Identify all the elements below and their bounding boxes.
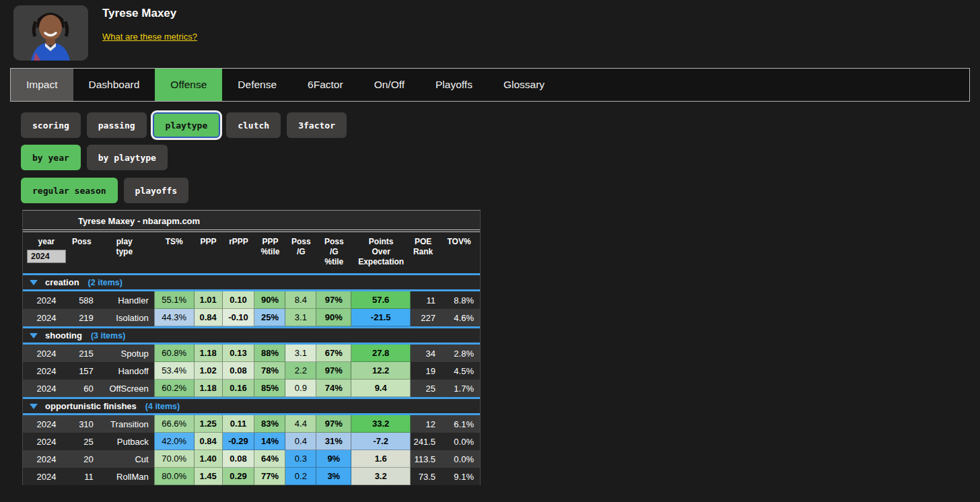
cell-poe: 27.8 xyxy=(351,345,411,362)
playtype-button[interactable]: playtype xyxy=(153,112,221,138)
by-playtype-button[interactable]: by playtype xyxy=(87,145,168,170)
cell-poss-per-game: 3.1 xyxy=(285,309,316,326)
cell-ppp-percentile: 77% xyxy=(254,468,285,485)
collapse-triangle-icon[interactable] xyxy=(30,404,38,409)
cell-play-type: Isolation xyxy=(100,309,154,326)
cell-tov-pct: 1.7% xyxy=(444,380,480,397)
passing-button[interactable]: passing xyxy=(87,112,147,138)
column-header-tov-pct: TOV% xyxy=(444,237,480,267)
cell-ts-pct: 53.4% xyxy=(154,362,195,380)
cell-ppp-percentile: 25% xyxy=(254,309,285,326)
column-header-ppp-percentile: PPP %tile xyxy=(254,237,285,267)
cell-poss: 20 xyxy=(70,450,100,468)
column-header-ppp: PPP xyxy=(195,237,223,267)
cell-poss-per-game: 4.4 xyxy=(285,415,316,433)
year-filter-input[interactable] xyxy=(27,250,66,263)
player-info: Tyrese Maxey What are these metrics? xyxy=(102,5,197,61)
cell-poss: 60 xyxy=(70,380,100,397)
cell-poss-per-game: 0.9 xyxy=(285,380,316,397)
tab-playoffs[interactable]: Playoffs xyxy=(420,69,488,101)
clutch-button[interactable]: clutch xyxy=(226,112,281,138)
table-row: 2024 310 Transition 66.6% 1.25 0.11 83% … xyxy=(23,415,480,433)
cell-poe-rank: 12 xyxy=(411,415,444,433)
cell-poe-rank: 241.5 xyxy=(411,433,444,450)
table-row: 2024 219 Isolation 44.3% 0.84 -0.10 25% … xyxy=(23,309,480,326)
cell-poe: 33.2 xyxy=(351,415,411,433)
cell-year: 2024 xyxy=(23,468,70,485)
group-header-creation[interactable]: creation (2 items) xyxy=(23,273,480,291)
cell-poss-per-game-percentile: 90% xyxy=(316,309,351,326)
group-header-shooting[interactable]: shooting (3 items) xyxy=(23,326,480,345)
metrics-help-link[interactable]: What are these metrics? xyxy=(102,32,197,42)
table-header-row: year Poss play type TS% PPP rPPP PPP %ti… xyxy=(23,232,480,273)
cell-play-type: Spotup xyxy=(100,345,154,362)
cell-ts-pct: 66.6% xyxy=(154,415,195,433)
tab-glossary[interactable]: Glossary xyxy=(488,69,560,101)
tab-offense[interactable]: Offense xyxy=(155,69,222,101)
column-header-play-type: play type xyxy=(100,237,154,267)
cell-year: 2024 xyxy=(23,415,70,433)
cell-poss-per-game: 0.4 xyxy=(285,433,316,450)
cell-poss: 215 xyxy=(70,345,100,362)
playoffs-button[interactable]: playoffs xyxy=(124,178,189,203)
cell-ppp-percentile: 85% xyxy=(254,380,285,397)
cell-ppp: 0.84 xyxy=(195,433,223,450)
cell-ppp-percentile: 90% xyxy=(254,291,285,309)
regular-season-button[interactable]: regular season xyxy=(21,178,118,203)
cell-year: 2024 xyxy=(23,380,70,397)
group-header-opportunistic-finishes[interactable]: opportunistic finishes (4 items) xyxy=(23,397,480,415)
cell-ts-pct: 55.1% xyxy=(154,291,195,309)
cell-tov-pct: 9.1% xyxy=(444,468,480,485)
grouping-filter-row: by year by playtype xyxy=(21,145,980,170)
scoring-button[interactable]: scoring xyxy=(21,112,81,138)
cell-tov-pct: 0.0% xyxy=(444,433,480,450)
cell-rppp: 0.16 xyxy=(223,380,255,397)
column-header-poss-per-game-percentile: Poss /G %tile xyxy=(316,237,351,267)
group-name: shooting xyxy=(45,330,82,340)
column-header-ts-pct: TS% xyxy=(154,237,195,267)
cell-ppp: 1.01 xyxy=(195,291,223,309)
cell-poe-rank: 11 xyxy=(411,291,444,309)
cell-rppp: 0.13 xyxy=(223,345,255,362)
tab-impact[interactable]: Impact xyxy=(11,69,73,101)
cell-ppp: 1.45 xyxy=(195,468,223,485)
cell-poe-rank: 34 xyxy=(411,345,444,362)
player-photo xyxy=(13,5,88,61)
cell-ts-pct: 60.8% xyxy=(154,345,195,362)
cell-tov-pct: 6.1% xyxy=(444,415,480,433)
table-title: Tyrese Maxey - nbarapm.com xyxy=(23,211,480,232)
tab-defense[interactable]: Defense xyxy=(222,69,292,101)
metric-filter-row: scoring passing playtype clutch 3factor xyxy=(21,112,980,138)
cell-year: 2024 xyxy=(23,450,70,468)
tab-onoff[interactable]: On/Off xyxy=(359,69,420,101)
column-header-poss-per-game: Poss /G xyxy=(285,237,316,267)
cell-poe-rank: 73.5 xyxy=(411,468,444,485)
by-year-button[interactable]: by year xyxy=(21,145,81,170)
collapse-triangle-icon[interactable] xyxy=(30,280,38,285)
cell-year: 2024 xyxy=(23,309,70,326)
cell-poe-rank: 19 xyxy=(411,362,444,380)
3factor-button[interactable]: 3factor xyxy=(287,112,347,138)
cell-poss-per-game-percentile: 31% xyxy=(316,433,351,450)
cell-ppp: 1.40 xyxy=(195,450,223,468)
page: Tyrese Maxey What are these metrics? Imp… xyxy=(0,0,980,502)
cell-play-type: Handoff xyxy=(100,362,154,380)
table-row: 2024 11 RollMan 80.0% 1.45 0.29 77% 0.2 … xyxy=(23,468,480,485)
cell-play-type: RollMan xyxy=(100,468,154,485)
group-count: (2 items) xyxy=(88,278,123,287)
tab-dashboard[interactable]: Dashboard xyxy=(73,69,155,101)
cell-poss-per-game: 8.4 xyxy=(285,291,316,309)
table-row: 2024 25 Putback 42.0% 0.84 -0.29 14% 0.4… xyxy=(23,433,480,450)
cell-rppp: -0.29 xyxy=(223,433,255,450)
cell-poss-per-game: 2.2 xyxy=(285,362,316,380)
cell-poss-per-game: 3.1 xyxy=(285,345,316,362)
cell-ppp-percentile: 83% xyxy=(254,415,285,433)
cell-tov-pct: 0.0% xyxy=(444,450,480,468)
tab-6factor[interactable]: 6Factor xyxy=(292,69,359,101)
cell-poss-per-game-percentile: 3% xyxy=(316,468,351,485)
group-count: (3 items) xyxy=(91,331,125,340)
collapse-triangle-icon[interactable] xyxy=(30,333,38,338)
cell-poe: 12.2 xyxy=(351,362,411,380)
table-row: 2024 157 Handoff 53.4% 1.02 0.08 78% 2.2… xyxy=(23,362,480,380)
cell-poss: 157 xyxy=(70,362,100,380)
